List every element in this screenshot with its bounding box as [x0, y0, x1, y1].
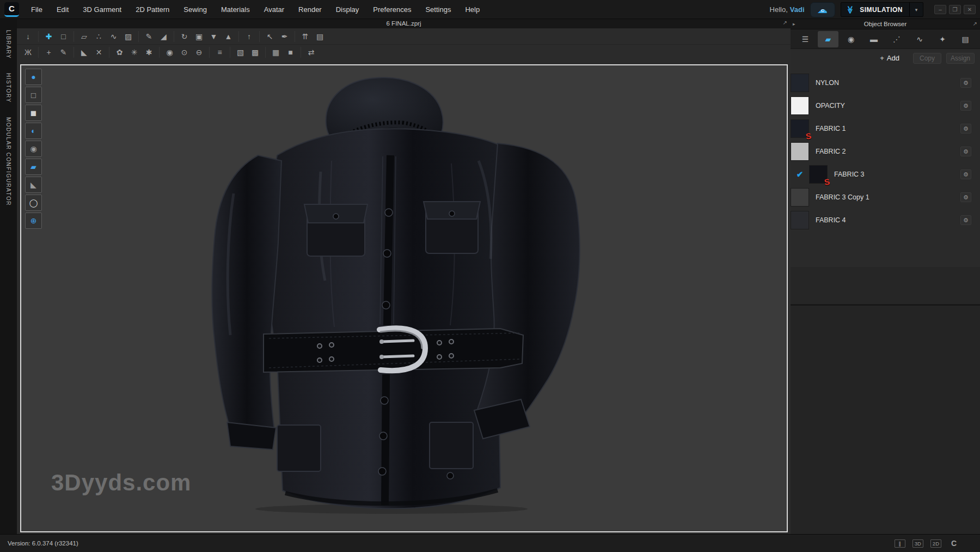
vp-fabric-drape-icon[interactable]: ◣: [25, 177, 42, 193]
swatch-light-tool-icon[interactable]: ▧: [233, 45, 248, 59]
vp-environment-icon[interactable]: ⊕: [25, 213, 42, 229]
vp-garment-ghost-icon[interactable]: ◻: [25, 87, 42, 103]
viewport-popout-icon[interactable]: ↗: [783, 20, 787, 26]
pen-tool-icon[interactable]: ✎: [142, 29, 156, 44]
copy-fabric-button[interactable]: Copy: [913, 53, 941, 64]
menu-item[interactable]: 3D Garment: [76, 0, 128, 19]
free-sewing-tool-icon[interactable]: ✒: [277, 29, 292, 44]
restore-button[interactable]: ❐: [949, 5, 961, 14]
fabric-settings-button[interactable]: ⚙: [960, 215, 971, 225]
document-title[interactable]: 6 FINAL.zprj: [17, 19, 791, 28]
avatar-walk-tool-icon[interactable]: Ж: [21, 45, 35, 59]
tab-library[interactable]: LIBRARY: [5, 30, 11, 59]
fabric-list-item[interactable]: ✔ S NYLON ⚙: [791, 71, 980, 94]
buttonhole-tool-icon[interactable]: ⊙: [177, 45, 192, 59]
panel-collapse-icon[interactable]: ▸: [793, 21, 795, 27]
split-view-button[interactable]: ∥: [895, 539, 905, 548]
garment-front-back-tool-icon[interactable]: ▣: [192, 29, 206, 44]
tab-history[interactable]: HISTORY: [5, 73, 11, 103]
swatch-dark-tool-icon[interactable]: ▩: [248, 45, 262, 59]
vp-avatar-display-icon[interactable]: ◉: [25, 141, 42, 157]
fabric-list-item[interactable]: ✔ S FABRIC 1 ⚙: [791, 117, 980, 140]
tab-button[interactable]: ◉: [841, 31, 861, 47]
close-button[interactable]: ✕: [964, 5, 976, 14]
fabric-settings-button[interactable]: ⚙: [960, 124, 971, 134]
tab-fabric[interactable]: ▰: [818, 31, 838, 47]
menu-item[interactable]: File: [24, 0, 50, 19]
fabric-list-item[interactable]: ✔ S FABRIC 3 ⚙: [791, 163, 980, 186]
tack-on-avatar-tool-icon[interactable]: ⇈: [298, 29, 313, 44]
menu-item[interactable]: Render: [291, 0, 329, 19]
menu-item[interactable]: Sewing: [176, 0, 214, 19]
app-logo-icon[interactable]: C: [4, 2, 19, 17]
strengthen-tool-icon[interactable]: ✿: [112, 45, 127, 59]
vp-garment-thick-icon[interactable]: ◐: [25, 123, 42, 139]
mode-selector[interactable]: ≫ SIMULATION ▾: [841, 2, 923, 17]
fabric-settings-button[interactable]: ⚙: [960, 192, 971, 202]
pattern-outline-tool-icon[interactable]: ✳: [127, 45, 142, 59]
rectangle-select-tool-icon[interactable]: □: [56, 29, 71, 44]
swatch-solid-tool-icon[interactable]: ■: [283, 45, 298, 59]
edit-texture-tool-icon[interactable]: ▨: [121, 29, 136, 44]
clo-set-cloud-button[interactable]: ☁ C: [810, 2, 835, 17]
menu-item[interactable]: 2D Pattern: [128, 0, 176, 19]
garment-fit-tool-icon[interactable]: ▼: [206, 29, 221, 44]
2d-view-button[interactable]: 2D: [930, 539, 941, 548]
menu-item[interactable]: Edit: [50, 0, 76, 19]
fabric-settings-button[interactable]: ⚙: [960, 147, 971, 156]
fasten-button-tool-icon[interactable]: ⊖: [192, 45, 206, 59]
edit-sewing-tool-icon[interactable]: ↖: [262, 29, 277, 44]
edit-curvature-tool-icon[interactable]: ∿: [106, 29, 121, 44]
remove-fold-tool-icon[interactable]: ✕: [91, 45, 106, 59]
sync-button[interactable]: C: [948, 539, 959, 548]
fabric-list-item[interactable]: ✔ S FABRIC 3 Copy 1 ⚙: [791, 186, 980, 209]
zipper-tool-icon[interactable]: ≡: [212, 45, 227, 59]
pin-tool-icon[interactable]: +: [41, 45, 56, 59]
panel-popout-icon[interactable]: ↗: [973, 21, 977, 27]
tab-topstitch[interactable]: ⋰: [886, 31, 907, 47]
fabric-settings-button[interactable]: ⚙: [960, 101, 971, 111]
garment-3d-render[interactable]: [195, 74, 598, 515]
fold-arrangement-tool-icon[interactable]: ▤: [313, 29, 327, 44]
menu-item[interactable]: Help: [458, 0, 487, 19]
menu-item[interactable]: Settings: [418, 0, 458, 19]
fabric-list-item[interactable]: ✔ S OPACITY ⚙: [791, 94, 980, 117]
fabric-settings-button[interactable]: ⚙: [960, 78, 971, 88]
fabric-list-item[interactable]: ✔ S FABRIC 4 ⚙: [791, 209, 980, 232]
fabric-settings-button[interactable]: ⚙: [960, 169, 971, 179]
assign-fabric-button[interactable]: Assign: [946, 53, 975, 64]
pin-edit-tool-icon[interactable]: ✎: [56, 45, 71, 59]
vp-fabric-thickness-icon[interactable]: ▰: [25, 159, 42, 175]
fold-tool-icon[interactable]: ◣: [77, 45, 91, 59]
arrange-tool-icon[interactable]: ↓: [21, 29, 35, 44]
tab-scene-list[interactable]: ☰: [795, 31, 816, 47]
menu-item[interactable]: Display: [329, 0, 366, 19]
transform-pattern-tool-icon[interactable]: ▱: [77, 29, 91, 44]
menu-item[interactable]: Preferences: [366, 0, 418, 19]
vp-garment-texture-icon[interactable]: ◼: [25, 105, 42, 121]
add-fabric-button[interactable]: +Add: [880, 54, 899, 62]
swatch-pair-tool-icon[interactable]: ▦: [268, 45, 283, 59]
menu-item[interactable]: Materials: [214, 0, 257, 19]
vp-render-style-icon[interactable]: ●: [25, 69, 42, 85]
3d-view-button[interactable]: 3D: [912, 539, 923, 548]
tab-trim[interactable]: ✦: [932, 31, 953, 47]
pattern-mesh-tool-icon[interactable]: ✱: [142, 45, 156, 59]
garment-flatten-tool-icon[interactable]: ▲: [221, 29, 236, 44]
unfold-tool-icon[interactable]: ↻: [177, 29, 192, 44]
3d-viewport[interactable]: ●◻◼◐◉▰◣◯⊕: [20, 64, 788, 532]
minimize-button[interactable]: –: [934, 5, 946, 14]
seam-taping-tool-icon[interactable]: ⇄: [304, 45, 318, 59]
button-tool-icon[interactable]: ◉: [162, 45, 177, 59]
tab-buttonhole[interactable]: ▬: [863, 31, 884, 47]
fabric-list-item[interactable]: ✔ S FABRIC 2 ⚙: [791, 140, 980, 163]
vp-avatar-head-icon[interactable]: ◯: [25, 195, 42, 211]
quilting-tool-icon[interactable]: ↑: [242, 29, 256, 44]
tab-puckering[interactable]: ∿: [909, 31, 930, 47]
move-gizmo-tool-icon[interactable]: ✚: [41, 29, 56, 44]
username-link[interactable]: Vadi: [790, 5, 805, 14]
dart-tool-icon[interactable]: ◢: [156, 29, 171, 44]
tab-modular-configurator[interactable]: MODULAR CONFIGURATOR: [5, 117, 11, 206]
mode-dropdown-caret-icon[interactable]: ▾: [910, 7, 923, 13]
edit-pattern-tool-icon[interactable]: ∴: [91, 29, 106, 44]
